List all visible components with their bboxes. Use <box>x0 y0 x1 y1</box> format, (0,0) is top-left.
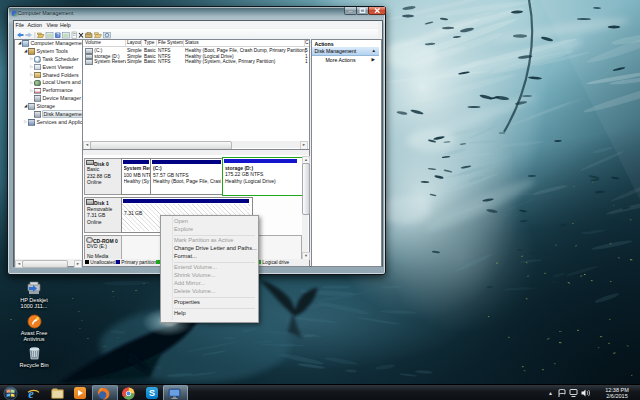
svg-text:?: ? <box>57 32 60 38</box>
svg-text:e: e <box>28 387 34 400</box>
